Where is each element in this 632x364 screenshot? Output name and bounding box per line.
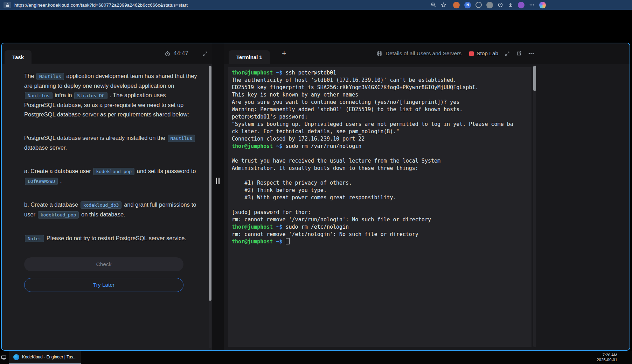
browser-toolbar-icons: N <box>431 2 546 8</box>
inline-code-badge: kodekloud_pop <box>93 168 134 175</box>
task-paragraph: b. Create a database kodekloud_db3 and g… <box>24 200 198 220</box>
terminal-line: thor@jumphost ~$ sudo rm /etc/nologin <box>232 223 528 231</box>
inline-code-badge: Note: <box>25 235 44 242</box>
terminal-line: We trust you have received the usual lec… <box>232 157 528 165</box>
task-text: on this database. <box>79 211 125 217</box>
extension-orange-icon[interactable] <box>453 2 460 8</box>
task-text: Please do not try to restart PostgreSQL … <box>45 235 186 241</box>
taskbar-time: 7:26 AM <box>597 352 617 357</box>
extension-n-icon[interactable]: N <box>464 2 471 8</box>
tab-terminal-1[interactable]: Terminal 1 <box>229 50 270 64</box>
open-new-window-icon[interactable] <box>516 51 522 56</box>
task-paragraph: The Nautilus application development tea… <box>24 71 198 119</box>
kodekloud-lab-frame: Task 44:47 The Nautilus application deve… <box>1 43 630 351</box>
downloads-icon[interactable] <box>508 2 513 8</box>
task-actions: CheckTry Later <box>24 257 183 292</box>
kodekloud-favicon <box>13 354 19 360</box>
terminal-output[interactable]: thor@jumphost ~$ ssh peter@stdb01The aut… <box>228 67 532 347</box>
terminal-line: Are you sure you want to continue connec… <box>232 99 528 106</box>
inline-code-badge: kodekloud_db3 <box>81 201 122 209</box>
details-users-servers-link[interactable]: Details of all Users and Servers <box>386 50 461 57</box>
url-text[interactable]: https://engineer.kodekloud.com/task?id=6… <box>14 2 188 8</box>
timer-value: 44:47 <box>173 50 188 57</box>
terminal-line: [sudo] password for thor: <box>232 209 528 216</box>
task-paragraph: PostgreSQL database server is already in… <box>24 133 198 152</box>
terminal-line: Warning: Permanently added 'stdb01' (ED2… <box>232 106 528 113</box>
panel-divider <box>212 43 224 350</box>
globe-icon <box>376 50 383 57</box>
timer-clock-icon <box>165 51 171 57</box>
taskbar-app-label: KodeKloud - Engineer | Tas... <box>22 355 77 359</box>
os-taskbar: KodeKloud - Engineer | Tas... 7:26 AM 20… <box>0 351 632 364</box>
more-icon[interactable] <box>529 2 535 8</box>
task-paragraph: Note: Please do not try to restart Postg… <box>24 234 198 243</box>
favorites-star-icon[interactable] <box>441 2 446 8</box>
terminal-line: rm: cannot remove '/etc/nologin': No suc… <box>232 231 528 238</box>
inline-code-badge: LQfKeWWxWD <box>25 178 58 185</box>
terminal-line: thor@jumphost ~$ sudo rm /var/run/nologi… <box>232 143 528 150</box>
terminal-line: #1) Respect the privacy of others. <box>232 179 528 187</box>
terminal-line: This key is not known by any other names <box>232 91 528 99</box>
task-description: The Nautilus application development tea… <box>2 64 212 350</box>
terminal-line: #3) With great power comes great respons… <box>232 194 528 201</box>
task-text: infra in <box>53 92 74 98</box>
terminal-line: ck later. For technical details, see pam… <box>232 128 528 135</box>
task-text: PostgreSQL database server is already in… <box>24 135 167 141</box>
task-text: and set its password to <box>135 168 196 174</box>
task-text: database server. <box>24 144 67 151</box>
stop-lab-button[interactable]: Stop Lab <box>477 50 498 57</box>
terminal-line: Connection closed by 172.16.239.10 port … <box>232 135 528 143</box>
task-text: . <box>58 178 62 184</box>
terminal-header-controls: Details of all Users and Servers Stop La… <box>376 43 534 64</box>
zoom-icon[interactable] <box>431 2 436 8</box>
terminal-panel-header: Terminal 1 + Details of all Users and Se… <box>224 43 630 64</box>
terminal-line: #2) Think before you type. <box>232 187 528 194</box>
task-timer: 44:47 <box>165 50 212 57</box>
lock-icon[interactable] <box>4 2 11 8</box>
task-panel: Task 44:47 The Nautilus application deve… <box>2 43 212 350</box>
profile-avatar[interactable] <box>518 2 525 8</box>
tab-task[interactable]: Task <box>5 50 32 64</box>
terminal-line: ED25519 key fingerprint is SHA256:rXkYng… <box>232 84 528 91</box>
taskbar-corner-icon[interactable] <box>1 355 6 360</box>
taskbar-clock[interactable]: 7:26 AM 2025-09-01 <box>597 352 617 362</box>
try-later-button[interactable]: Try Later <box>24 278 183 292</box>
divider-drag-handle[interactable] <box>216 178 220 184</box>
terminal-line: thor@jumphost ~$ ssh peter@stdb01 <box>232 69 528 77</box>
terminal-more-icon[interactable] <box>528 50 534 57</box>
task-text: b. Create a database <box>24 201 80 208</box>
terminal-line: thor@jumphost ~$ <box>232 238 528 245</box>
terminal-line: peter@stdb01's password: <box>232 113 528 121</box>
inline-code-badge: Stratos DC <box>74 92 107 99</box>
expand-terminal-icon[interactable] <box>505 51 510 56</box>
terminal-scrollbar-track[interactable] <box>533 65 536 347</box>
terminal-cursor <box>286 238 290 244</box>
inline-code-badge: kodekloud_pop <box>38 211 79 219</box>
terminal-line <box>232 201 528 209</box>
stop-lab-icon <box>469 51 474 56</box>
terminal-line: The authenticity of host 'stdb01 (172.16… <box>232 77 528 84</box>
task-paragraph: a. Create a database user kodekloud_pop … <box>24 166 198 186</box>
terminal-panel: Terminal 1 + Details of all Users and Se… <box>224 43 630 350</box>
browser-address-bar: https://engineer.kodekloud.com/task?id=6… <box>0 0 632 10</box>
terminal-line <box>232 150 528 157</box>
copilot-icon[interactable] <box>539 2 546 8</box>
task-text: The <box>24 73 36 79</box>
taskbar-app-kodekloud[interactable]: KodeKloud - Engineer | Tas... <box>9 351 81 364</box>
new-terminal-button[interactable]: + <box>282 50 286 57</box>
inline-code-badge: Nautilus <box>36 73 64 80</box>
terminal-line: rm: cannot remove '/var/run/nologin': No… <box>232 216 528 223</box>
check-button[interactable]: Check <box>24 257 183 271</box>
taskbar-date: 2025-09-01 <box>597 357 617 362</box>
expand-task-icon[interactable] <box>202 51 208 56</box>
terminal-scrollbar-thumb[interactable] <box>533 66 536 91</box>
task-panel-header: Task 44:47 <box>2 43 212 64</box>
inline-code-badge: Nautilus <box>25 92 53 99</box>
history-icon[interactable] <box>498 2 503 8</box>
terminal-line <box>232 172 528 179</box>
extension-ring-icon[interactable] <box>475 2 482 8</box>
terminal-line: Administrator. It usually boils down to … <box>232 165 528 172</box>
extension-gray-icon[interactable] <box>486 2 493 8</box>
task-scrollbar-thumb[interactable] <box>209 66 211 301</box>
task-text: a. Create a database user <box>24 168 92 174</box>
